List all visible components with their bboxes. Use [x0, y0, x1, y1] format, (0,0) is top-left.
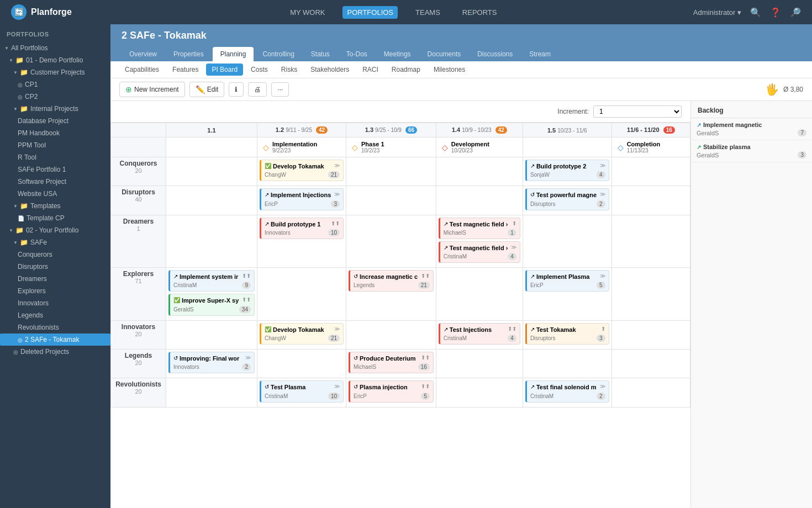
- card-test-tokamak[interactable]: ↗ Test Tokamak ⬆ Disruptors 3: [525, 323, 609, 345]
- card-implement-system[interactable]: ↗ Implement system ir ⬆⬆ CristinaM 9: [168, 270, 255, 292]
- sidebar-item-internal-projects[interactable]: ▼ 📁 Internal Projects: [0, 103, 110, 115]
- sidebar-item-revolutionists[interactable]: Revolutionists: [0, 321, 110, 334]
- more-icon: ···: [277, 86, 283, 93]
- sidebar-item-customer-projects[interactable]: ▼ 📁 Customer Projects: [0, 66, 110, 78]
- team-row-legends: Legends20 ↺ Improving: Final wor ≫: [111, 350, 690, 378]
- sidebar-item-website-usa[interactable]: Website USA: [0, 188, 110, 200]
- card-test-magnetic-field-2[interactable]: ↗ Test magnetic field › ≫ CristinaM 4: [439, 241, 520, 263]
- sidebar-label: Templates: [30, 202, 61, 210]
- sidebar-item-template-cp[interactable]: 📄 Template CP: [0, 212, 110, 224]
- card-test-plasma[interactable]: ↺ Test Plasma ≫ CristinaM 10: [260, 380, 344, 402]
- card-increase-magnetic[interactable]: ↺ Increase magnetic c ⬆⬆ Legends 21: [349, 270, 434, 292]
- sub-tab-capabilities[interactable]: Capabilities: [119, 64, 165, 76]
- card-plasma-injection[interactable]: ↺ Plasma injection ⬆⬆ EricP 5: [349, 380, 434, 402]
- tab-discussions[interactable]: Discussions: [470, 47, 520, 61]
- info-button[interactable]: ℹ: [229, 82, 244, 97]
- sprint-1-5-header: 1.5 10/23 - 11/6: [523, 123, 611, 137]
- new-increment-button[interactable]: ⊕ New Increment: [119, 82, 185, 97]
- print-icon: 🖨: [254, 86, 261, 93]
- card-develop-tokamak-innovators[interactable]: ✅ Develop Tokamak ≫ ChangW 21: [260, 323, 344, 345]
- sidebar-item-software-project[interactable]: Software Project: [0, 176, 110, 188]
- tab-todos[interactable]: To-Dos: [339, 47, 375, 61]
- sidebar-item-conquerors[interactable]: Conquerors: [0, 248, 110, 261]
- card-count: 9: [242, 282, 251, 289]
- team-row-dreamers: Dreamers1 ↗ Build prototype 1 ⬆⬆: [111, 215, 690, 268]
- sub-tab-costs[interactable]: Costs: [245, 64, 273, 76]
- card-test-magnetic-field-1[interactable]: ↗ Test magnetic field › ⬆ MichaelS 1: [439, 218, 520, 239]
- sidebar-item-templates[interactable]: ▼ 📁 Templates: [0, 200, 110, 212]
- tab-status[interactable]: Status: [303, 47, 338, 61]
- card-test-final-solenoid[interactable]: ↗ Test final solenoid m ≫ CristinaM 2: [525, 380, 609, 402]
- sidebar-item-cp1[interactable]: ◎ CP1: [0, 78, 110, 91]
- innovators-sprint1: [166, 320, 257, 349]
- card-develop-tokamak-conquerors[interactable]: ✅ Develop Tokamak ≫ ChangW 21: [260, 160, 344, 181]
- sidebar-label: Explorers: [18, 287, 46, 295]
- edit-button[interactable]: ✏️ Edit: [189, 82, 225, 97]
- tab-properties[interactable]: Properties: [166, 47, 212, 61]
- app-logo[interactable]: 🔄 Planforge: [11, 4, 72, 20]
- card-build-prototype2[interactable]: ↗ Build prototype 2 ≫ SonjaW 4: [525, 160, 609, 181]
- card-icon: ↺: [354, 384, 358, 390]
- tab-stream[interactable]: Stream: [521, 47, 558, 61]
- sidebar-item-demo-portfolio[interactable]: ▼ 📁 01 - Demo Portfolio: [0, 54, 110, 66]
- sidebar-item-your-portfolio[interactable]: ▼ 📁 02 - Your Portfolio: [0, 224, 110, 236]
- card-implement-plasma[interactable]: ↗ Implement Plasma ≫ EricP 5: [525, 270, 609, 292]
- user-menu[interactable]: Administrator ▾: [693, 8, 741, 17]
- increment-selector: Increment: 1: [110, 101, 690, 123]
- tab-documents[interactable]: Documents: [420, 47, 469, 61]
- sub-tab-features[interactable]: Features: [167, 64, 204, 76]
- sub-tab-raci[interactable]: RACI: [357, 64, 384, 76]
- increment-select[interactable]: 1: [593, 105, 682, 118]
- tab-overview[interactable]: Overview: [122, 47, 165, 61]
- sidebar-item-database-project[interactable]: Database Project: [0, 115, 110, 127]
- nav-portfolios[interactable]: PORTFOLIOS: [342, 6, 398, 19]
- sidebar-item-all-portfolios[interactable]: ▼ All Portfolios: [0, 42, 110, 54]
- sidebar-item-cp2[interactable]: ◎ CP2: [0, 91, 110, 103]
- tab-meetings[interactable]: Meetings: [376, 47, 419, 61]
- backlog-item-stabilize-plasma[interactable]: ↗ Stabilize plasma GeraldS 3: [691, 140, 812, 162]
- sub-tab-risks[interactable]: Risks: [276, 64, 303, 76]
- card-improving-final[interactable]: ↺ Improving: Final wor ≫ Innovators 2: [168, 352, 255, 373]
- sidebar-label: PPM Tool: [18, 141, 46, 149]
- card-produce-deuterium[interactable]: ↺ Produce Deuterium ⬆⬆ MichaelS 16: [349, 352, 434, 373]
- nav-teams[interactable]: TEAMS: [411, 6, 445, 19]
- tab-planning[interactable]: Planning: [213, 47, 254, 61]
- sub-tab-milestones[interactable]: Milestones: [428, 64, 471, 76]
- card-title: Build prototype 2: [536, 162, 598, 170]
- nav-reports[interactable]: REPORTS: [458, 6, 502, 19]
- settings-icon[interactable]: 🔎: [790, 7, 801, 18]
- sidebar-item-tokamak[interactable]: ◎ 2 SAFe - Tokamak: [0, 334, 110, 346]
- help-icon[interactable]: ❓: [770, 7, 781, 18]
- tab-controlling[interactable]: Controlling: [255, 47, 302, 61]
- sidebar-item-deleted-projects[interactable]: ◎ Deleted Projects: [0, 346, 110, 358]
- sidebar-item-legends[interactable]: Legends: [0, 309, 110, 321]
- sub-tab-pi-board[interactable]: PI Board: [206, 64, 243, 76]
- sidebar-item-safe-portfolio[interactable]: SAFe Portfolio 1: [0, 163, 110, 176]
- sidebar-item-innovators[interactable]: Innovators: [0, 297, 110, 309]
- sub-tab-stakeholders[interactable]: Stakeholders: [305, 64, 355, 76]
- conquerors-sprint2: ✅ Develop Tokamak ≫ ChangW 21: [257, 157, 346, 186]
- sidebar-item-dreamers[interactable]: Dreamers: [0, 273, 110, 285]
- card-test-injections[interactable]: ↗ Test Injections ⬆⬆ CristinaM 4: [439, 323, 520, 345]
- card-build-prototype1[interactable]: ↗ Build prototype 1 ⬆⬆ Innovators 10: [260, 218, 344, 239]
- sidebar-item-ppm-tool[interactable]: PPM Tool: [0, 139, 110, 151]
- search-icon[interactable]: 🔍: [750, 7, 761, 18]
- sidebar-item-explorers[interactable]: Explorers: [0, 285, 110, 297]
- sidebar-item-r-tool[interactable]: R Tool: [0, 151, 110, 163]
- milestone-name: Phase 1: [361, 141, 384, 147]
- print-button[interactable]: 🖨: [248, 82, 267, 97]
- card-improve-super-x[interactable]: ✅ Improve Super-X sy ⬆⬆ GeraldS 34: [168, 294, 255, 315]
- backlog-item-implement-magnetic[interactable]: ↗ Implement magnetic GeraldS 7: [691, 118, 812, 140]
- card-implement-injections[interactable]: ↗ Implement Injections ≫ EricP 3: [260, 188, 344, 210]
- nav-my-work[interactable]: MY WORK: [286, 6, 329, 19]
- team-row-disruptors: Disruptors40 ↗ Implement Injections ≫: [111, 186, 690, 215]
- more-button[interactable]: ···: [271, 82, 289, 97]
- sub-tab-roadmap[interactable]: Roadmap: [386, 64, 426, 76]
- sidebar-item-safe[interactable]: ▼ 📁 SAFe: [0, 236, 110, 248]
- card-title: Test Tokamak: [536, 326, 599, 334]
- card-test-powerful-magne[interactable]: ↺ Test powerful magne ≫ Disruptors 2: [525, 188, 609, 210]
- sidebar-item-pm-handbook[interactable]: PM Handbook: [0, 127, 110, 139]
- sidebar-item-disruptors[interactable]: Disruptors: [0, 261, 110, 273]
- sidebar-label: CP2: [25, 93, 38, 100]
- card-icon: ↗: [530, 326, 535, 332]
